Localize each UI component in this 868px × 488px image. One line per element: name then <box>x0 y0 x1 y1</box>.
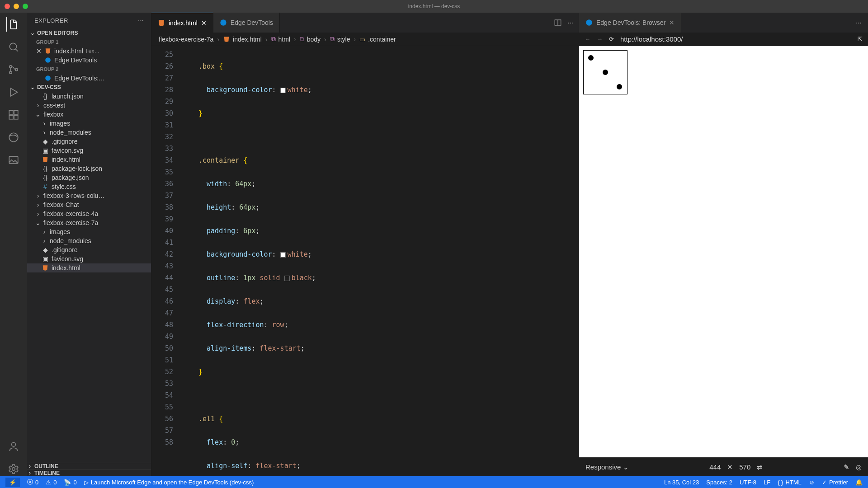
run-debug-icon[interactable] <box>6 85 21 99</box>
tree-item-folder[interactable]: ›node_modules <box>27 128 151 137</box>
tree-item-folder[interactable]: ›node_modules <box>27 236 151 245</box>
remote-icon[interactable]: ⚡ <box>5 478 20 487</box>
svg-point-3 <box>15 68 18 70</box>
tree-item-folder[interactable]: ›flexbox-Chat <box>27 200 151 209</box>
open-editors-header[interactable]: ⌄ OPEN EDITORS <box>27 28 151 38</box>
url-bar[interactable]: http://localhost:3000/ <box>620 35 851 43</box>
tree-item-folder[interactable]: ⌄flexbox <box>27 110 151 119</box>
split-editor-icon[interactable] <box>554 19 562 27</box>
forward-icon[interactable]: → <box>597 36 603 42</box>
close-icon[interactable]: ✕ <box>36 47 42 55</box>
crumb[interactable]: ⧉style <box>330 35 350 43</box>
crumb[interactable]: ⧉body <box>300 35 321 43</box>
tree-item-file[interactable]: index.html <box>27 263 151 272</box>
image-icon[interactable] <box>6 153 21 167</box>
tree-item-file[interactable]: #style.css <box>27 182 151 191</box>
accounts-icon[interactable] <box>6 439 21 454</box>
more-icon[interactable]: ⋯ <box>567 19 573 26</box>
chevron-down-icon: ⌄ <box>35 111 41 118</box>
tree-item-file[interactable]: {}package.json <box>27 173 151 182</box>
breadcrumbs[interactable]: flexbox-exercise-7a› index.html› ⧉html› … <box>151 33 579 46</box>
open-editor-item[interactable]: Edge DevTools <box>27 56 151 65</box>
svg-point-1 <box>9 66 12 68</box>
crumb[interactable]: ▭.container <box>359 36 396 43</box>
status-bar: ⚡ ⓧ 0 ⚠ 0 📡 0 ▷ Launch Microsoft Edge an… <box>0 476 868 488</box>
status-warnings[interactable]: ⚠ 0 <box>46 479 57 486</box>
reload-icon[interactable]: ⟳ <box>609 36 614 42</box>
tree-item-file[interactable]: ◆.gitignore <box>27 245 151 254</box>
code-editor[interactable]: 25 26 27 28 29 30 31 32 33 34 35 36 37 3… <box>151 46 579 476</box>
browser-preview[interactable] <box>579 46 868 457</box>
tab-edge-browser[interactable]: Edge DevTools: Browser ✕ <box>579 13 681 33</box>
close-icon[interactable]: ✕ <box>669 19 675 26</box>
tree-item-file[interactable]: ▣favicon.svg <box>27 254 151 263</box>
status-prettier[interactable]: ✓ Prettier <box>822 479 848 486</box>
status-radio[interactable]: 📡 0 <box>64 479 76 486</box>
viewport-height[interactable]: 570 <box>739 463 750 471</box>
tree-item-folder[interactable]: ›images <box>27 227 151 236</box>
edge-icon <box>44 56 52 64</box>
status-lncol[interactable]: Ln 35, Col 23 <box>664 479 699 486</box>
browser-toolbar: ← → ⟳ http://localhost:3000/ ⇱ <box>579 33 868 46</box>
tree-item-file[interactable]: {}launch.json <box>27 92 151 101</box>
close-icon[interactable]: ✕ <box>727 463 733 471</box>
status-language[interactable]: { } HTML <box>778 479 802 486</box>
edit-icon[interactable]: ✎ <box>844 463 849 471</box>
status-smile-icon[interactable]: ☺ <box>809 479 815 486</box>
outline-header[interactable]: › OUTLINE <box>27 463 151 469</box>
code-content[interactable]: .box { background-color: white; } .conta… <box>180 46 579 476</box>
edge-icon <box>44 75 52 82</box>
explorer-icon[interactable] <box>6 17 21 32</box>
tree-item-folder[interactable]: ⌄flexbox-exercise-7a <box>27 218 151 227</box>
tree-item-folder[interactable]: ›css-test <box>27 101 151 110</box>
tab-edge-devtools[interactable]: Edge DevTools <box>213 13 280 33</box>
status-eol[interactable]: LF <box>764 479 770 486</box>
target-icon[interactable]: ◎ <box>856 463 862 471</box>
svg-point-16 <box>586 19 592 25</box>
crumb[interactable]: ⧉html <box>271 35 290 43</box>
close-icon[interactable]: ✕ <box>201 19 207 27</box>
tree-item-file[interactable]: ▣favicon.svg <box>27 146 151 155</box>
status-bell-icon[interactable]: 🔔 <box>855 479 863 486</box>
status-errors[interactable]: ⓧ 0 <box>27 478 38 486</box>
close-window-button[interactable] <box>5 4 10 9</box>
tree-item-file[interactable]: index.html <box>27 155 151 164</box>
window-title: index.html — dev-css <box>408 3 460 9</box>
open-editor-item[interactable]: Edge DevTools:… <box>27 74 151 83</box>
back-icon[interactable]: ← <box>585 36 590 42</box>
status-encoding[interactable]: UTF-8 <box>740 479 756 486</box>
file-tree: {}launch.json ›css-test ⌄flexbox ›images… <box>27 92 151 463</box>
crumb[interactable]: index.html <box>223 36 262 43</box>
search-icon[interactable] <box>6 40 21 54</box>
chevron-right-icon: › <box>324 36 326 43</box>
open-editor-filename: Edge DevTools <box>54 56 97 64</box>
more-icon[interactable]: ⋯ <box>138 17 144 24</box>
tree-item-folder[interactable]: ›images <box>27 119 151 128</box>
html-file-icon <box>158 19 165 27</box>
settings-gear-icon[interactable] <box>6 462 21 476</box>
workspace-header[interactable]: ⌄ DEV-CSS <box>27 83 151 92</box>
edge-tools-icon[interactable] <box>6 130 21 145</box>
tab-index-html[interactable]: index.html ✕ <box>151 13 213 33</box>
tree-item-file[interactable]: {}package-lock.json <box>27 164 151 173</box>
viewport-width[interactable]: 444 <box>709 463 721 471</box>
responsive-dropdown[interactable]: Responsive ⌄ <box>585 463 629 471</box>
crumb[interactable]: flexbox-exercise-7a <box>159 36 213 43</box>
tree-item-folder[interactable]: ›flexbox-exercise-4a <box>27 209 151 218</box>
status-spaces[interactable]: Spaces: 2 <box>706 479 732 486</box>
extensions-icon[interactable] <box>6 108 21 122</box>
more-icon[interactable]: ⋯ <box>856 19 862 26</box>
source-control-icon[interactable] <box>6 62 21 77</box>
svg-point-2 <box>9 71 12 74</box>
tree-item-folder[interactable]: ›flexbox-3-rows-colu… <box>27 191 151 200</box>
minimize-window-button[interactable] <box>14 4 19 9</box>
tree-item-file[interactable]: ◆.gitignore <box>27 137 151 146</box>
svg-point-0 <box>9 43 16 50</box>
rotate-icon[interactable]: ⇄ <box>757 463 763 471</box>
chevron-right-icon: › <box>217 36 219 43</box>
timeline-header[interactable]: › TIMELINE <box>27 469 151 476</box>
maximize-window-button[interactable] <box>23 4 28 9</box>
open-external-icon[interactable]: ⇱ <box>858 36 863 42</box>
open-editor-item[interactable]: ✕ index.html flex… <box>27 47 151 56</box>
status-launch[interactable]: ▷ Launch Microsoft Edge and open the Edg… <box>84 479 254 486</box>
